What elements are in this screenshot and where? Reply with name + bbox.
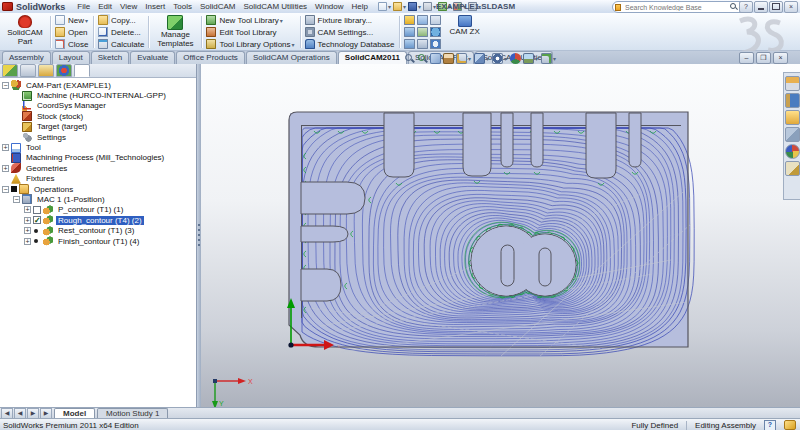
search-input[interactable]	[623, 2, 730, 12]
checked-checkbox[interactable]: ✓	[33, 216, 41, 224]
tree-item-settings[interactable]: Settings	[0, 132, 196, 142]
edit-tool-library-button[interactable]: Edit Tool Library	[206, 26, 295, 38]
cam-view-grid-icon-6[interactable]	[430, 27, 441, 37]
tree-item-p-contour-t1-1-[interactable]: +P_contour (T1) (1)	[0, 205, 196, 215]
new-button[interactable]: New▾	[55, 14, 89, 26]
doc-restore-button[interactable]: ❐	[756, 52, 771, 64]
cam-view-grid-icon-9[interactable]	[430, 39, 441, 49]
configurationmanager-tab-icon[interactable]	[38, 64, 54, 77]
zoom-fit-button[interactable]	[404, 53, 415, 64]
cam-settings-button[interactable]: CAM Settings...	[305, 26, 395, 38]
minimize-button[interactable]	[754, 1, 768, 13]
doc-minimize-button[interactable]: –	[739, 52, 754, 64]
save-button[interactable]: ▾	[408, 2, 422, 11]
propertymanager-tab-icon[interactable]	[20, 64, 36, 77]
graphics-viewport[interactable]: ▾▾▾▾▾	[201, 64, 800, 407]
view-settings-button[interactable]: ▾	[541, 53, 557, 64]
status-help-icon[interactable]: ?	[764, 420, 776, 430]
taskpane-folder-icon[interactable]	[785, 110, 800, 125]
search-box[interactable]: ▾	[612, 1, 746, 13]
cam-view-grid-icon-4[interactable]	[404, 27, 415, 37]
tree-item-target-target-[interactable]: Target (target)	[0, 122, 196, 132]
tree-item-mac-1-1-position-[interactable]: −MAC 1 (1-Position)	[0, 194, 196, 204]
tab-solidcam2011[interactable]: SolidCAM2011	[338, 51, 407, 64]
technology-database-button[interactable]: Technology Database	[305, 38, 395, 50]
cam-view-grid-icon-7[interactable]	[404, 39, 415, 49]
menu-edit[interactable]: Edit	[94, 2, 116, 11]
tree-item-rest-contour-t1-3-[interactable]: +Rest_contour (T1) (3)	[0, 225, 196, 235]
taskpane-palette-icon[interactable]	[785, 127, 800, 142]
status-tag-icon[interactable]	[784, 420, 796, 430]
solidcam-part-button[interactable]: SolidCAM Part	[0, 14, 50, 50]
solidcam-manager-tab-icon[interactable]	[74, 64, 90, 77]
featuremanager-tab-icon[interactable]	[2, 64, 18, 77]
taskpane-home-icon[interactable]	[785, 76, 800, 91]
tab-layout[interactable]: Layout	[52, 51, 90, 64]
cam-zx-button[interactable]: CAM ZX	[446, 14, 484, 50]
expand-icon[interactable]: +	[24, 238, 31, 245]
tree-item-stock-stock-[interactable]: Stock (stock)	[0, 111, 196, 121]
previous-view-button[interactable]	[430, 53, 441, 64]
scene-button[interactable]: ▾	[523, 53, 539, 64]
menu-insert[interactable]: Insert	[141, 2, 169, 11]
calculate-button[interactable]: Calculate	[98, 38, 144, 50]
menu-view[interactable]: View	[116, 2, 141, 11]
menu-help[interactable]: Help	[348, 2, 372, 11]
taskpane-library-icon[interactable]	[785, 93, 800, 108]
help-button[interactable]: ?	[739, 1, 753, 13]
tab-assembly[interactable]: Assembly	[2, 51, 51, 64]
tree-item-coordsys-manager[interactable]: CoordSys Manager	[0, 101, 196, 111]
tree-item-operations[interactable]: −Operations	[0, 184, 196, 194]
section-view-button[interactable]	[443, 53, 454, 64]
delete-button[interactable]: Delete...	[98, 26, 144, 38]
unchecked-checkbox[interactable]	[33, 206, 41, 214]
expand-icon[interactable]: +	[24, 206, 31, 213]
menu-solidcam[interactable]: SolidCAM	[196, 2, 240, 11]
tab-solidcam-operations[interactable]: SolidCAM Operations	[246, 51, 337, 64]
copy-button[interactable]: Copy...	[98, 14, 144, 26]
new-tool-library-button[interactable]: New Tool Library▾	[206, 14, 295, 26]
print-button[interactable]: ▾	[423, 2, 437, 11]
appearances-tab-icon[interactable]	[56, 64, 72, 77]
tool-library-options-button[interactable]: Tool Library Options▾	[206, 38, 295, 50]
open-button[interactable]: Open	[55, 26, 89, 38]
new-doc-button[interactable]: ▾	[378, 2, 392, 11]
tree-item-rough-contour-t4-2-[interactable]: +✓Rough_contour (T4) (2)	[0, 215, 196, 225]
search-icon[interactable]	[730, 3, 738, 11]
tree-item-machining-process-mill-technologies-[interactable]: Machining Process (Mill_Technologies)	[0, 153, 196, 163]
menu-window[interactable]: Window	[311, 2, 347, 11]
expand-icon[interactable]: +	[2, 165, 9, 172]
close-doc-button[interactable]: Close	[55, 38, 89, 50]
cam-view-grid-icon-5[interactable]	[417, 27, 428, 37]
menu-tools[interactable]: Tools	[169, 2, 196, 11]
fixture-library-button[interactable]: Fixture library...	[305, 14, 395, 26]
tree-item-tool[interactable]: +Tool	[0, 142, 196, 152]
view-orientation-button[interactable]: ▾	[456, 53, 472, 64]
tree-item-fixtures[interactable]: Fixtures	[0, 174, 196, 184]
cam-view-grid-icon-3[interactable]	[430, 15, 441, 25]
tab-sketch[interactable]: Sketch	[91, 51, 129, 64]
cam-view-grid-icon-2[interactable]	[417, 15, 428, 25]
display-style-button[interactable]: ▾	[474, 53, 490, 64]
tree-item-machine-hurco-internal-gpp-[interactable]: Machine (HURCO-INTERNAL-GPP)	[0, 90, 196, 100]
hide-show-button[interactable]: ▾	[492, 53, 508, 64]
collapse-icon[interactable]: −	[2, 82, 9, 89]
tree-item-finish-contour-t1-4-[interactable]: +Finish_contour (T1) (4)	[0, 236, 196, 246]
collapse-icon[interactable]: −	[2, 186, 9, 193]
tree-item-geometries[interactable]: +Geometries	[0, 163, 196, 173]
expand-icon[interactable]: +	[24, 217, 31, 224]
cam-view-grid-icon-8[interactable]	[417, 39, 428, 49]
edit-appearance-button[interactable]	[510, 53, 521, 64]
menu-solidcam-utilities[interactable]: SolidCAM Utilities	[240, 2, 312, 11]
doc-close-button[interactable]: ×	[773, 52, 788, 64]
menu-file[interactable]: File	[73, 2, 94, 11]
expand-icon[interactable]: +	[2, 144, 9, 151]
tab-office-products[interactable]: Office Products	[176, 51, 245, 64]
taskpane-appearance-icon[interactable]	[785, 144, 800, 159]
taskpane-props-icon[interactable]	[785, 161, 800, 176]
close-button[interactable]: ×	[784, 1, 798, 13]
cam-view-grid-icon-1[interactable]	[404, 15, 415, 25]
collapse-icon[interactable]: −	[13, 196, 20, 203]
manage-templates-button[interactable]: Manage Templates	[149, 14, 201, 50]
open-doc-button[interactable]: ▾	[393, 2, 407, 11]
